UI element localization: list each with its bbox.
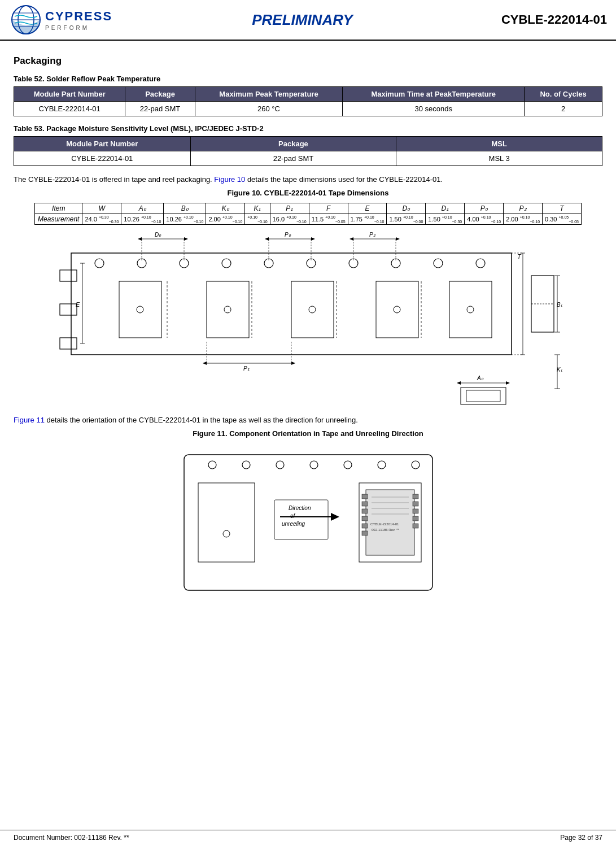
tape-measurement-3: 2.00 +0.10−0.10	[206, 214, 245, 225]
svg-rect-78	[466, 390, 500, 402]
svg-point-12	[222, 259, 231, 268]
svg-rect-23	[291, 281, 334, 338]
tape-col-8: E	[348, 203, 387, 214]
tape-col-5: K₁	[245, 203, 270, 214]
svg-point-22	[224, 306, 231, 313]
svg-point-86	[276, 461, 284, 469]
header-part-number: CYBLE-222014-01	[471, 12, 607, 27]
para1-rest: details the tape dimensions used for the…	[245, 175, 443, 184]
logo-text: CYPRESS PERFORM	[45, 9, 112, 31]
header: CYPRESS PERFORM PRELIMINARY CYBLE-222014…	[0, 0, 616, 41]
svg-text:unreeling: unreeling	[282, 521, 305, 527]
svg-text:P₁: P₁	[243, 365, 250, 372]
svg-marker-39	[184, 237, 188, 241]
svg-marker-74	[457, 381, 461, 385]
svg-point-24	[309, 306, 316, 313]
tape-measurement-8: 1.50 +0.10−0.00	[387, 214, 426, 225]
tape-col-3: B₀	[164, 203, 206, 214]
tape-col-6: P₁	[270, 203, 309, 214]
table52: Module Part Number Package Maximum Peak …	[14, 86, 602, 116]
tape-measurement-2: 10.26 +0.10−0.10	[164, 214, 206, 225]
svg-point-98	[223, 530, 230, 537]
tape-measurement-11: 2.00 +0.10−0.10	[504, 214, 543, 225]
table52-col-4: Maximum Time at PeakTemperature	[343, 87, 525, 102]
fig10-ref[interactable]: Figure 10	[214, 175, 245, 184]
svg-rect-109	[413, 509, 418, 513]
svg-rect-107	[413, 494, 418, 499]
table-row: MSL 3	[396, 151, 602, 166]
svg-point-20	[137, 306, 143, 313]
svg-rect-19	[119, 281, 161, 338]
tape-measurement-1: 10.26 +0.10−0.10	[121, 214, 164, 225]
fig11-diagram: Direction of unreeling	[14, 443, 602, 602]
tape-col-12: P₂	[504, 203, 543, 214]
tape-col-7: F	[309, 203, 348, 214]
table-row: 22-pad SMT	[125, 102, 195, 116]
para1: The CYBLE-222014-01 is offered in tape a…	[14, 174, 602, 185]
tape-dimensions-table: ItemWA₀B₀K₀K₁P₁FED₀D₁P₀P₂T Measurement24…	[34, 203, 582, 225]
svg-point-17	[434, 259, 443, 268]
svg-point-26	[394, 306, 400, 313]
svg-text:D₀: D₀	[155, 232, 161, 238]
tape-col-10: D₁	[426, 203, 465, 214]
svg-rect-105	[362, 524, 368, 528]
para2-text: details the orientation of the CYBLE-222…	[45, 416, 358, 424]
svg-marker-51	[396, 237, 400, 241]
svg-marker-92	[331, 513, 339, 521]
footer-page-number: Page 32 of 37	[560, 834, 602, 842]
section-title: Packaging	[14, 55, 602, 67]
table-row: 2	[525, 102, 602, 116]
fig10-diagram: E D₀ P₀ P₂ P₁	[14, 230, 602, 406]
para2: Figure 11 details the orientation of the…	[14, 415, 602, 426]
table52-label: Table 52. Solder Reflow Peak Temperature	[14, 75, 602, 83]
table-row: CYBLE-222014-01	[14, 102, 125, 116]
table53-col-1: Module Part Number	[14, 137, 191, 151]
tape-col-4: K₀	[206, 203, 245, 214]
svg-text:P₂: P₂	[369, 232, 376, 238]
table-row: 30 seconds	[343, 102, 525, 116]
svg-text:of: of	[290, 513, 296, 519]
svg-rect-7	[60, 304, 77, 315]
svg-rect-110	[413, 516, 418, 521]
tape-measurement-5: 16.0 +0.10−0.10	[270, 214, 309, 225]
svg-text:CYBLE-222014-01: CYBLE-222014-01	[370, 522, 399, 526]
logo-area: CYPRESS PERFORM	[9, 4, 133, 36]
table-row: CYBLE-222014-01	[14, 151, 191, 166]
svg-point-90	[412, 461, 420, 469]
table-row: 260 °C	[195, 102, 343, 116]
table52-col-2: Package	[125, 87, 195, 102]
svg-rect-101	[362, 494, 368, 499]
tape-measurement-10: 4.00 +0.10−0.10	[465, 214, 504, 225]
cypress-logo-icon	[9, 4, 43, 36]
tape-col-13: T	[543, 203, 582, 214]
svg-text:T: T	[517, 253, 522, 260]
svg-text:P₀: P₀	[285, 232, 291, 238]
tape-measurement-label: Measurement	[35, 214, 82, 225]
tape-measurement-12: 0.30 +0.05−0.05	[543, 214, 582, 225]
table53-col-2: Package	[190, 137, 396, 151]
fig11-ref[interactable]: Figure 11	[14, 416, 45, 424]
fig10-title: Figure 10. CYBLE-222014-01 Tape Dimensio…	[14, 189, 602, 197]
svg-rect-103	[362, 509, 368, 513]
svg-point-28	[467, 306, 474, 313]
perform-label: PERFORM	[45, 25, 112, 31]
tape-col-9: D₀	[387, 203, 426, 214]
svg-rect-97	[198, 483, 255, 562]
svg-marker-56	[203, 361, 207, 365]
tape-col-11: P₀	[465, 203, 504, 214]
tape-measurement-0: 24.0 +0.30−0.30	[82, 214, 121, 225]
footer: Document Number: 002-11186 Rev. ** Page …	[0, 830, 616, 845]
tape-measurement-9: 1.50 +0.10−0.30	[426, 214, 465, 225]
main-content: Packaging Table 52. Solder Reflow Peak T…	[0, 41, 616, 621]
orientation-diagram-svg: Direction of unreeling	[167, 443, 449, 602]
svg-marker-57	[291, 361, 295, 365]
header-preliminary: PRELIMINARY	[133, 11, 471, 29]
svg-rect-104	[362, 516, 368, 521]
tape-col-1: W	[82, 203, 121, 214]
svg-text:002-11186 Rev. **: 002-11186 Rev. **	[372, 528, 399, 532]
tape-col-0: Item	[35, 203, 82, 214]
svg-text:A₀: A₀	[477, 375, 484, 381]
fig11-title: Figure 11. Component Orientation in Tape…	[14, 429, 602, 438]
svg-marker-75	[506, 381, 510, 385]
tape-diagram-svg: E D₀ P₀ P₂ P₁	[54, 230, 562, 406]
